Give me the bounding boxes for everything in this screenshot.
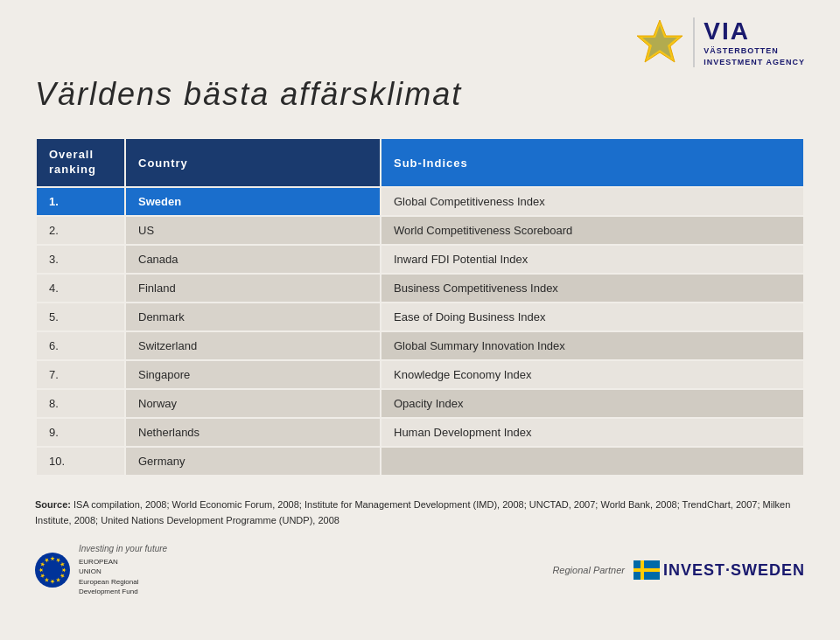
table-row: 10. Germany [37, 448, 803, 475]
subindex-cell: World Competitiveness Scoreboard [382, 217, 803, 244]
subindex-cell: Global Summary Innovation Index [382, 332, 803, 359]
table-row: 3. Canada Inward FDI Potential Index [37, 246, 803, 273]
invest-sweden-area: Regional Partner INVEST·SWEDEN [552, 560, 805, 580]
table-row: 8. Norway Opacity Index [37, 390, 803, 417]
table-row: 2. US World Competitiveness Scoreboard [37, 217, 803, 244]
eu-text-line1: EUROPEAN [79, 558, 118, 566]
subindex-cell: Inward FDI Potential Index [382, 246, 803, 273]
rank-cell: 9. [37, 419, 124, 446]
eu-text-block: Investing in your future EUROPEAN UNION … [79, 544, 167, 596]
country-cell: Switzerland [126, 332, 380, 359]
source-label: Source: [35, 499, 71, 510]
eu-label: EUROPEAN UNION European Regional Develop… [79, 557, 166, 596]
sweden-flag-icon [634, 560, 660, 580]
rank-cell: 6. [37, 332, 124, 359]
bottom-bar: Investing in your future EUROPEAN UNION … [35, 544, 805, 596]
table-row: 5. Denmark Ease of Doing Business Index [37, 303, 803, 330]
svg-rect-17 [634, 568, 660, 572]
header-ranking: Overall ranking [37, 139, 124, 186]
rank-cell: 3. [37, 246, 124, 273]
country-cell: Germany [126, 448, 380, 475]
country-cell: US [126, 217, 380, 244]
table-row: 9. Netherlands Human Development Index [37, 419, 803, 446]
header-subindices: Sub-Indices [382, 139, 803, 186]
page-title: Världens bästa affärsklimat [35, 76, 805, 113]
rank-cell: 10. [37, 448, 124, 475]
source-text: Source: ISA compilation, 2008; World Eco… [35, 497, 805, 528]
via-star-icon [634, 18, 686, 66]
rank-cell: 8. [37, 390, 124, 417]
country-cell: Denmark [126, 303, 380, 330]
country-cell: Norway [126, 390, 380, 417]
eu-text-line3: European Regional [79, 578, 139, 586]
subindex-cell: Opacity Index [382, 390, 803, 417]
table-row: 7. Singapore Knowledge Economy Index [37, 361, 803, 388]
subindex-cell: Knowledge Economy Index [382, 361, 803, 388]
country-cell: Sweden [126, 188, 380, 215]
table-row: 1. Sweden Global Competitiveness Index [37, 188, 803, 215]
investing-tagline: Investing in your future [79, 544, 167, 553]
logo-via-text: VIA [704, 17, 805, 45]
logo-container: VIA VÄSTERBOTTEN INVESTMENT AGENCY [634, 17, 805, 67]
eu-text-line4: Development Fund [79, 588, 138, 595]
country-cell: Singapore [126, 361, 380, 388]
rank-cell: 1. [37, 188, 124, 215]
invest-sweden-logo: INVEST·SWEDEN [634, 560, 805, 580]
logo-subtitle-line2: INVESTMENT AGENCY [704, 57, 805, 68]
eu-flag-icon [35, 553, 70, 588]
table-row: 4. Finland Business Competitiveness Inde… [37, 275, 803, 302]
logo-subtitle-line1: VÄSTERBOTTEN [704, 45, 805, 57]
rank-cell: 4. [37, 275, 124, 302]
regional-partner-label: Regional Partner [552, 565, 625, 575]
rank-cell: 2. [37, 217, 124, 244]
subindex-cell: Global Competitiveness Index [382, 188, 803, 215]
subindex-cell: Ease of Doing Business Index [382, 303, 803, 330]
subindex-cell [382, 448, 803, 475]
source-content: ISA compilation, 2008; World Economic Fo… [35, 499, 790, 525]
invest-sweden-text: INVEST·SWEDEN [663, 561, 805, 580]
subindex-cell: Business Competitiveness Index [382, 275, 803, 302]
rank-cell: 7. [37, 361, 124, 388]
table-header-row: Overall ranking Country Sub-Indices [37, 139, 803, 186]
main-table: Overall ranking Country Sub-Indices 1. S… [35, 137, 805, 477]
rank-cell: 5. [37, 303, 124, 330]
subindex-cell: Human Development Index [382, 419, 803, 446]
logo-text-block: VIA VÄSTERBOTTEN INVESTMENT AGENCY [693, 17, 805, 67]
country-cell: Netherlands [126, 419, 380, 446]
country-cell: Finland [126, 275, 380, 302]
country-cell: Canada [126, 246, 380, 273]
eu-text-line2: UNION [79, 567, 102, 575]
logo-area: VIA VÄSTERBOTTEN INVESTMENT AGENCY [35, 17, 805, 67]
table-row: 6. Switzerland Global Summary Innovation… [37, 332, 803, 359]
eu-logo-area: Investing in your future EUROPEAN UNION … [35, 544, 167, 596]
page-wrapper: VIA VÄSTERBOTTEN INVESTMENT AGENCY Värld… [0, 0, 840, 640]
header-country: Country [126, 139, 380, 186]
